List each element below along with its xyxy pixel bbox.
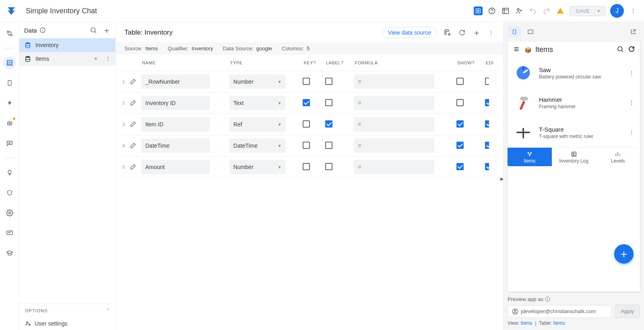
help-icon[interactable] [487, 6, 496, 15]
column-type-select[interactable]: Ref▼ [229, 117, 286, 132]
edit-checkbox[interactable] [485, 120, 489, 128]
user-avatar[interactable]: J [610, 4, 624, 18]
preview-search-icon[interactable] [617, 45, 624, 54]
more-icon[interactable]: ⋮ [629, 6, 638, 15]
edit-checkbox[interactable] [485, 163, 489, 170]
key-checkbox[interactable] [303, 142, 310, 149]
col-key[interactable]: KEY? [300, 55, 322, 71]
show-checkbox[interactable] [456, 99, 464, 106]
preview-list-item[interactable]: Saw Battery powered circular saw ⋮ [508, 58, 640, 88]
key-checkbox[interactable] [303, 99, 310, 106]
fab-add-button[interactable]: ＋ [614, 244, 634, 264]
preview-email-input[interactable]: jdeveloper@christianschalk.com [508, 305, 611, 318]
edit-checkbox[interactable] [485, 99, 489, 106]
label-checkbox[interactable] [325, 78, 332, 85]
save-button[interactable]: SAVE▼ [570, 6, 605, 16]
expand-handle-icon[interactable]: ▶ [500, 176, 504, 182]
edit-row-icon[interactable] [130, 121, 136, 127]
item-more-icon[interactable]: ⋮ [629, 129, 634, 136]
rail-chat-icon[interactable] [3, 137, 16, 150]
warning-icon[interactable] [556, 6, 565, 15]
edit-row-icon[interactable] [130, 163, 136, 170]
item-more-icon[interactable]: ⋮ [629, 70, 634, 76]
formula-input[interactable] [354, 96, 434, 110]
column-type-select[interactable]: Number▼ [229, 74, 286, 89]
rail-home-icon[interactable] [3, 27, 16, 40]
options-header[interactable]: OPTIONS ⌃ [19, 304, 116, 317]
info-icon[interactable]: ⓘ [545, 296, 550, 302]
formula-input[interactable] [354, 117, 434, 132]
column-name-input[interactable] [141, 74, 210, 89]
column-type-select[interactable]: DateTime▼ [229, 138, 286, 153]
rail-data-icon[interactable] [3, 56, 16, 69]
show-checkbox[interactable] [456, 142, 464, 149]
undo-icon[interactable] [528, 6, 537, 15]
col-type[interactable]: TYPE [227, 55, 301, 71]
share-icon[interactable] [515, 6, 524, 15]
label-checkbox[interactable] [325, 163, 332, 170]
info-icon[interactable] [39, 27, 46, 33]
rail-views-icon[interactable] [3, 76, 16, 89]
preview-tab[interactable]: Items [508, 148, 552, 166]
key-checkbox[interactable] [303, 78, 310, 85]
label-checkbox[interactable] [325, 142, 332, 149]
refresh-icon[interactable] [458, 29, 466, 37]
rail-actions-icon[interactable] [3, 97, 16, 109]
add-slice-icon[interactable]: ＋ [93, 55, 99, 62]
search-icon[interactable] [90, 27, 97, 34]
preview-refresh-icon[interactable] [628, 45, 635, 54]
item-more-icon[interactable]: ⋮ [629, 99, 634, 106]
show-checkbox[interactable] [456, 163, 464, 170]
add-table-icon[interactable]: ＋ [103, 25, 111, 36]
preview-action-icon[interactable] [474, 6, 483, 15]
item-more-icon[interactable]: ⋮ [105, 56, 111, 62]
column-name-input[interactable] [141, 160, 210, 174]
sidebar-item-items[interactable]: Items ＋ ⋮ [19, 52, 116, 66]
key-checkbox[interactable] [303, 163, 310, 170]
view-data-source-button[interactable]: View data source [382, 27, 437, 38]
footer-table-link[interactable]: Items [553, 320, 565, 326]
rail-bot-icon[interactable] [3, 117, 16, 130]
device-phone-icon[interactable] [508, 26, 521, 37]
save-dropdown-icon[interactable]: ▼ [594, 9, 603, 13]
formula-input[interactable] [354, 160, 434, 174]
device-tablet-icon[interactable] [524, 26, 537, 37]
user-settings-item[interactable]: User settings [19, 317, 116, 330]
show-checkbox[interactable] [456, 120, 464, 128]
column-name-input[interactable] [141, 96, 210, 110]
edit-row-icon[interactable] [130, 142, 136, 148]
column-name-input[interactable] [141, 138, 210, 153]
formula-input[interactable] [354, 138, 434, 153]
rail-settings-icon[interactable] [3, 206, 16, 219]
edit-row-icon[interactable] [130, 78, 136, 85]
show-checkbox[interactable] [456, 78, 464, 85]
menu-icon[interactable] [512, 46, 520, 54]
table-settings-icon[interactable] [444, 29, 452, 37]
col-formula[interactable]: FORMULA [351, 55, 454, 71]
col-label[interactable]: LABEL? [323, 55, 351, 71]
add-column-icon[interactable]: ＋ [473, 29, 481, 37]
label-checkbox[interactable] [325, 120, 332, 128]
preview-tab[interactable]: Levels [596, 148, 640, 166]
redo-icon[interactable] [542, 6, 551, 15]
edit-row-icon[interactable] [130, 99, 136, 106]
formula-input[interactable] [354, 74, 434, 89]
edit-checkbox[interactable] [485, 142, 489, 149]
open-new-icon[interactable] [626, 26, 640, 37]
preview-list-item[interactable]: T-Square T-square with metric ruler ⋮ [508, 118, 640, 147]
edit-checkbox[interactable] [485, 78, 489, 85]
key-checkbox[interactable] [303, 120, 310, 128]
preview-tab[interactable]: Inventory Log [552, 148, 596, 166]
column-name-input[interactable] [141, 117, 210, 132]
col-show[interactable]: SHOW? [454, 55, 483, 71]
rail-manage-icon[interactable] [3, 227, 16, 239]
gallery-icon[interactable] [501, 6, 510, 15]
rail-ideas-icon[interactable] [3, 166, 16, 179]
label-checkbox[interactable] [325, 99, 332, 106]
col-edit[interactable]: EDI [483, 55, 500, 71]
footer-view-link[interactable]: Items [520, 320, 532, 326]
column-type-select[interactable]: Text▼ [229, 96, 286, 110]
apply-button[interactable]: Apply [615, 305, 640, 318]
column-type-select[interactable]: Number▼ [229, 160, 286, 174]
col-name[interactable]: NAME [139, 55, 227, 71]
